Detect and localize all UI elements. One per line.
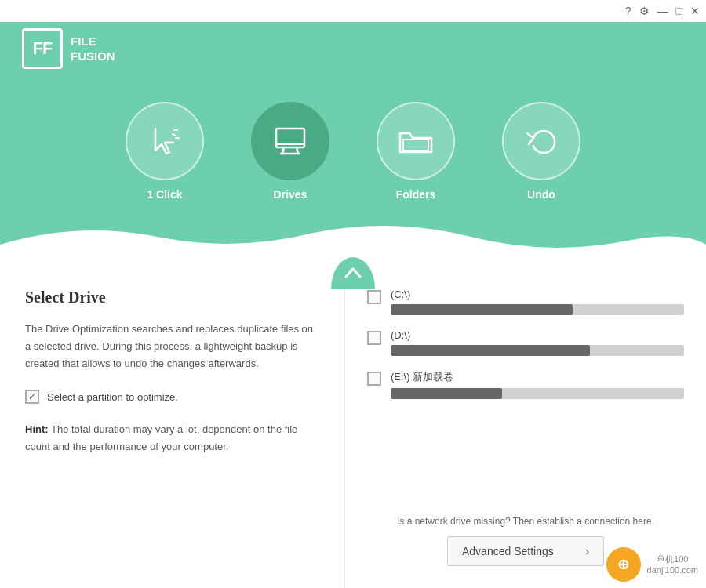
logo-name: FILE FUSION (71, 34, 115, 64)
nav-label-undo: Undo (527, 188, 555, 201)
section-title: Select Drive (25, 289, 319, 307)
nav-circle-folders (377, 102, 455, 180)
settings-icon[interactable]: ⚙ (639, 5, 650, 17)
description-text: The Drive Optimization searches and repl… (25, 321, 319, 372)
network-hint: Is a network drive missing? Then establi… (367, 516, 684, 527)
nav-circle-undo (502, 102, 580, 180)
nav-circle-drives (251, 102, 329, 180)
nav-item-one-click[interactable]: 1 Click (126, 102, 204, 201)
nav-label-one-click: 1 Click (147, 188, 182, 201)
hero-area: FF FILE FUSION 1 Click (0, 0, 706, 267)
nav-item-drives[interactable]: Drives (251, 102, 329, 201)
help-icon[interactable]: ? (625, 5, 631, 17)
advanced-arrow-icon: › (585, 545, 589, 557)
advanced-settings-button[interactable]: Advanced Settings › (447, 536, 604, 566)
nav-label-folders: Folders (396, 188, 436, 201)
nav-icons: 1 Click Drives (0, 102, 706, 201)
close-icon[interactable]: ✕ (690, 5, 700, 17)
drive-info-e: (E:\) 新加载卷 (391, 370, 684, 399)
watermark-icon: ⊕ (606, 547, 641, 582)
left-panel: Select Drive The Drive Optimization sear… (0, 267, 345, 588)
partition-checkbox-row[interactable]: Select a partition to optimize. (25, 390, 319, 404)
drive-item-c[interactable]: (C:\) (367, 289, 684, 315)
drive-item-e[interactable]: (E:\) 新加载卷 (367, 370, 684, 399)
drive-info-d: (D:\) (391, 329, 684, 356)
title-bar: ? ⚙ — □ ✕ (0, 0, 706, 22)
partition-checkbox[interactable] (25, 390, 39, 404)
drive-name-d: (D:\) (391, 329, 684, 341)
drive-list: (C:\) (D:\) (367, 289, 684, 508)
drive-checkbox-c[interactable] (367, 290, 381, 304)
drive-bar-bg-d (391, 345, 684, 356)
drive-item-d[interactable]: (D:\) (367, 329, 684, 356)
drive-info-c: (C:\) (391, 289, 684, 315)
advanced-settings-label: Advanced Settings (462, 545, 554, 557)
hint-text: Hint: The total duration may vary a lot,… (25, 421, 319, 456)
nav-item-folders[interactable]: Folders (377, 102, 455, 201)
nav-item-undo[interactable]: Undo (502, 102, 580, 201)
drive-bar-bg-e (391, 388, 684, 399)
right-panel: (C:\) (D:\) (345, 267, 706, 588)
drive-name-c: (C:\) (391, 289, 684, 300)
svg-line-1 (173, 134, 176, 136)
drive-bar-bg-c (391, 304, 684, 315)
watermark-area: ⊕ 单机100 danji100.com (606, 547, 698, 582)
nav-circle-one-click (126, 102, 204, 180)
drive-checkbox-d[interactable] (367, 331, 381, 345)
partition-checkbox-label: Select a partition to optimize. (47, 391, 178, 403)
watermark-text: 单机100 danji100.com (647, 554, 698, 576)
drive-bar-fill-e (391, 388, 502, 399)
drive-checkbox-e[interactable] (367, 372, 381, 386)
drive-bar-fill-c (391, 304, 573, 315)
logo-box: FF (22, 28, 63, 69)
nav-label-drives: Drives (274, 188, 308, 201)
logo-area: FF FILE FUSION (22, 28, 115, 69)
content-area: Select Drive The Drive Optimization sear… (0, 267, 706, 588)
drive-name-e: (E:\) 新加载卷 (391, 370, 684, 384)
minimize-icon[interactable]: — (657, 5, 668, 17)
maximize-icon[interactable]: □ (676, 5, 682, 17)
drive-bar-fill-d (391, 345, 590, 356)
logo-letters: FF (33, 38, 53, 59)
